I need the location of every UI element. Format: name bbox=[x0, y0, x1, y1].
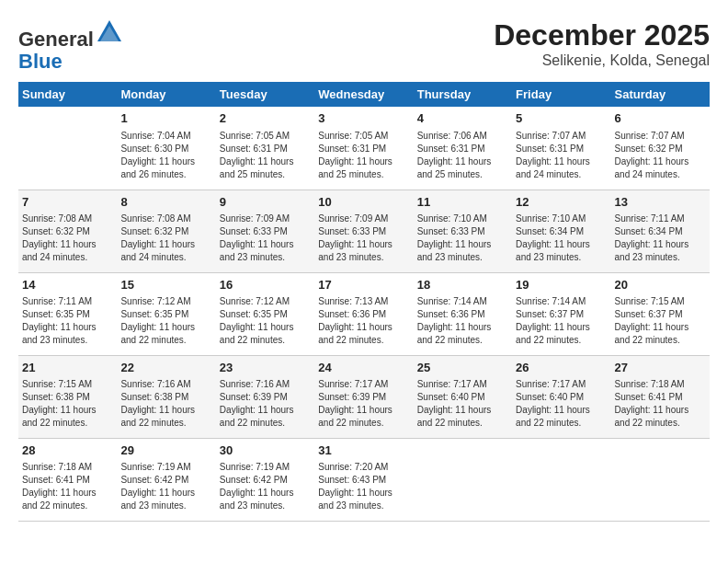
cell-info: Sunrise: 7:09 AM Sunset: 6:33 PM Dayligh… bbox=[220, 213, 311, 264]
calendar-week-row: 21Sunrise: 7:15 AM Sunset: 6:38 PM Dayli… bbox=[18, 355, 710, 438]
calendar-cell: 11Sunrise: 7:10 AM Sunset: 6:33 PM Dayli… bbox=[414, 190, 512, 272]
day-number: 28 bbox=[22, 442, 113, 459]
logo: General Blue bbox=[18, 18, 123, 73]
calendar-cell: 6Sunrise: 7:07 AM Sunset: 6:32 PM Daylig… bbox=[611, 107, 710, 190]
cell-info: Sunrise: 7:16 AM Sunset: 6:38 PM Dayligh… bbox=[120, 378, 211, 430]
calendar-cell: 19Sunrise: 7:14 AM Sunset: 6:37 PM Dayli… bbox=[512, 272, 610, 355]
calendar-cell: 17Sunrise: 7:13 AM Sunset: 6:36 PM Dayli… bbox=[314, 272, 413, 355]
calendar-cell: 1Sunrise: 7:04 AM Sunset: 6:30 PM Daylig… bbox=[117, 107, 215, 190]
calendar-week-row: 14Sunrise: 7:11 AM Sunset: 6:35 PM Dayli… bbox=[18, 272, 710, 355]
calendar-cell: 15Sunrise: 7:12 AM Sunset: 6:35 PM Dayli… bbox=[117, 272, 215, 355]
day-number: 2 bbox=[220, 110, 311, 127]
day-number: 29 bbox=[120, 442, 211, 459]
calendar-cell: 22Sunrise: 7:16 AM Sunset: 6:38 PM Dayli… bbox=[117, 355, 215, 438]
calendar-cell: 16Sunrise: 7:12 AM Sunset: 6:35 PM Dayli… bbox=[216, 272, 314, 355]
calendar-cell: 3Sunrise: 7:05 AM Sunset: 6:31 PM Daylig… bbox=[314, 107, 413, 190]
day-number: 14 bbox=[22, 277, 113, 293]
cell-info: Sunrise: 7:05 AM Sunset: 6:31 PM Dayligh… bbox=[318, 130, 409, 181]
calendar-week-row: 28Sunrise: 7:18 AM Sunset: 6:41 PM Dayli… bbox=[18, 438, 710, 521]
calendar-cell: 8Sunrise: 7:08 AM Sunset: 6:32 PM Daylig… bbox=[117, 190, 215, 272]
cell-info: Sunrise: 7:13 AM Sunset: 6:36 PM Dayligh… bbox=[318, 295, 409, 347]
calendar-cell bbox=[414, 438, 512, 521]
calendar-week-row: 1Sunrise: 7:04 AM Sunset: 6:30 PM Daylig… bbox=[18, 107, 710, 190]
day-number: 20 bbox=[615, 277, 706, 293]
cell-info: Sunrise: 7:05 AM Sunset: 6:31 PM Dayligh… bbox=[220, 130, 311, 181]
cell-info: Sunrise: 7:10 AM Sunset: 6:34 PM Dayligh… bbox=[516, 213, 607, 264]
cell-info: Sunrise: 7:12 AM Sunset: 6:35 PM Dayligh… bbox=[120, 295, 211, 347]
cell-info: Sunrise: 7:10 AM Sunset: 6:33 PM Dayligh… bbox=[417, 213, 508, 264]
day-number: 25 bbox=[417, 360, 508, 376]
location: Selikenie, Kolda, Senegal bbox=[494, 52, 710, 69]
day-number: 23 bbox=[220, 360, 311, 376]
cell-info: Sunrise: 7:14 AM Sunset: 6:36 PM Dayligh… bbox=[417, 295, 508, 347]
calendar-cell bbox=[18, 107, 117, 190]
calendar-cell: 14Sunrise: 7:11 AM Sunset: 6:35 PM Dayli… bbox=[18, 272, 117, 355]
calendar-header-row: SundayMondayTuesdayWednesdayThursdayFrid… bbox=[18, 82, 710, 107]
cell-info: Sunrise: 7:07 AM Sunset: 6:32 PM Dayligh… bbox=[615, 130, 706, 181]
day-number: 21 bbox=[22, 360, 113, 376]
calendar-cell: 5Sunrise: 7:07 AM Sunset: 6:31 PM Daylig… bbox=[512, 107, 610, 190]
logo-blue: Blue bbox=[18, 50, 63, 73]
day-number: 1 bbox=[120, 110, 211, 127]
logo-icon bbox=[96, 18, 123, 46]
day-number: 16 bbox=[220, 277, 311, 293]
calendar-body: 1Sunrise: 7:04 AM Sunset: 6:30 PM Daylig… bbox=[18, 107, 710, 521]
calendar-cell: 23Sunrise: 7:16 AM Sunset: 6:39 PM Dayli… bbox=[216, 355, 314, 438]
day-number: 19 bbox=[516, 277, 607, 293]
cell-info: Sunrise: 7:15 AM Sunset: 6:38 PM Dayligh… bbox=[22, 378, 113, 430]
weekday-header: Friday bbox=[512, 82, 610, 107]
calendar-cell bbox=[611, 438, 710, 521]
day-number: 7 bbox=[22, 194, 113, 211]
cell-info: Sunrise: 7:11 AM Sunset: 6:34 PM Dayligh… bbox=[615, 213, 706, 264]
day-number: 31 bbox=[318, 442, 409, 459]
day-number: 12 bbox=[516, 194, 607, 211]
cell-info: Sunrise: 7:06 AM Sunset: 6:31 PM Dayligh… bbox=[417, 130, 508, 181]
calendar-cell: 20Sunrise: 7:15 AM Sunset: 6:37 PM Dayli… bbox=[611, 272, 710, 355]
cell-info: Sunrise: 7:08 AM Sunset: 6:32 PM Dayligh… bbox=[120, 213, 211, 264]
cell-info: Sunrise: 7:19 AM Sunset: 6:42 PM Dayligh… bbox=[220, 461, 311, 512]
calendar-table: SundayMondayTuesdayWednesdayThursdayFrid… bbox=[18, 82, 710, 522]
cell-info: Sunrise: 7:17 AM Sunset: 6:40 PM Dayligh… bbox=[417, 378, 508, 430]
day-number: 6 bbox=[615, 110, 706, 127]
cell-info: Sunrise: 7:20 AM Sunset: 6:43 PM Dayligh… bbox=[318, 461, 409, 512]
cell-info: Sunrise: 7:08 AM Sunset: 6:32 PM Dayligh… bbox=[22, 213, 113, 264]
day-number: 27 bbox=[615, 360, 706, 376]
calendar-cell: 28Sunrise: 7:18 AM Sunset: 6:41 PM Dayli… bbox=[18, 438, 117, 521]
weekday-header: Sunday bbox=[18, 82, 117, 107]
cell-info: Sunrise: 7:17 AM Sunset: 6:39 PM Dayligh… bbox=[318, 378, 409, 430]
calendar-cell: 29Sunrise: 7:19 AM Sunset: 6:42 PM Dayli… bbox=[117, 438, 215, 521]
cell-info: Sunrise: 7:17 AM Sunset: 6:40 PM Dayligh… bbox=[516, 378, 607, 430]
cell-info: Sunrise: 7:18 AM Sunset: 6:41 PM Dayligh… bbox=[615, 378, 706, 430]
cell-info: Sunrise: 7:09 AM Sunset: 6:33 PM Dayligh… bbox=[318, 213, 409, 264]
calendar-cell: 30Sunrise: 7:19 AM Sunset: 6:42 PM Dayli… bbox=[216, 438, 314, 521]
calendar-cell: 18Sunrise: 7:14 AM Sunset: 6:36 PM Dayli… bbox=[414, 272, 512, 355]
weekday-header: Monday bbox=[117, 82, 215, 107]
calendar-cell: 24Sunrise: 7:17 AM Sunset: 6:39 PM Dayli… bbox=[314, 355, 413, 438]
cell-info: Sunrise: 7:04 AM Sunset: 6:30 PM Dayligh… bbox=[120, 130, 211, 181]
calendar-cell: 10Sunrise: 7:09 AM Sunset: 6:33 PM Dayli… bbox=[314, 190, 413, 272]
calendar-cell: 25Sunrise: 7:17 AM Sunset: 6:40 PM Dayli… bbox=[414, 355, 512, 438]
day-number: 11 bbox=[417, 194, 508, 211]
day-number: 13 bbox=[615, 194, 706, 211]
weekday-header: Saturday bbox=[611, 82, 710, 107]
day-number: 9 bbox=[220, 194, 311, 211]
day-number: 8 bbox=[120, 194, 211, 211]
day-number: 18 bbox=[417, 277, 508, 293]
cell-info: Sunrise: 7:15 AM Sunset: 6:37 PM Dayligh… bbox=[615, 295, 706, 347]
cell-info: Sunrise: 7:12 AM Sunset: 6:35 PM Dayligh… bbox=[220, 295, 311, 347]
day-number: 22 bbox=[120, 360, 211, 376]
month-title: December 2025 bbox=[494, 18, 710, 52]
cell-info: Sunrise: 7:07 AM Sunset: 6:31 PM Dayligh… bbox=[516, 130, 607, 181]
calendar-cell: 21Sunrise: 7:15 AM Sunset: 6:38 PM Dayli… bbox=[18, 355, 117, 438]
calendar-week-row: 7Sunrise: 7:08 AM Sunset: 6:32 PM Daylig… bbox=[18, 190, 710, 272]
calendar-cell: 7Sunrise: 7:08 AM Sunset: 6:32 PM Daylig… bbox=[18, 190, 117, 272]
calendar-cell: 12Sunrise: 7:10 AM Sunset: 6:34 PM Dayli… bbox=[512, 190, 610, 272]
cell-info: Sunrise: 7:14 AM Sunset: 6:37 PM Dayligh… bbox=[516, 295, 607, 347]
logo-general: General bbox=[18, 28, 94, 51]
cell-info: Sunrise: 7:19 AM Sunset: 6:42 PM Dayligh… bbox=[120, 461, 211, 512]
day-number: 17 bbox=[318, 277, 409, 293]
day-number: 15 bbox=[120, 277, 211, 293]
calendar-cell: 2Sunrise: 7:05 AM Sunset: 6:31 PM Daylig… bbox=[216, 107, 314, 190]
day-number: 30 bbox=[220, 442, 311, 459]
day-number: 5 bbox=[516, 110, 607, 127]
